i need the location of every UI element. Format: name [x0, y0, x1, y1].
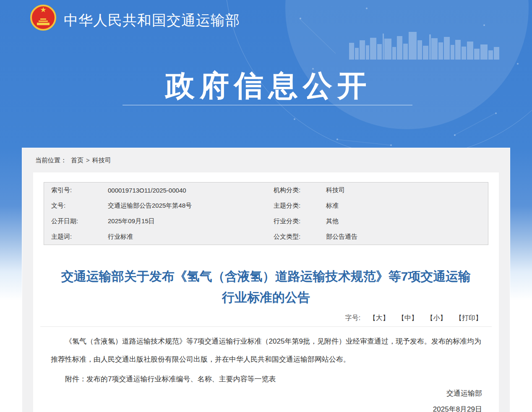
banner-title: 政府信息公开 [0, 66, 532, 106]
article-paragraph: 《氢气（含液氢）道路运输技术规范》等7项交通运输行业标准（2025年第9批，见附… [51, 332, 481, 368]
publish-date: 2025年8月29日 [33, 404, 482, 412]
meta-label: 索引号: [51, 186, 108, 194]
national-emblem-icon[interactable]: ★ [30, 5, 56, 31]
signature: 交通运输部 [33, 389, 482, 399]
breadcrumb-section-link[interactable]: 科技司 [92, 156, 111, 164]
content-card: 当前位置：首页>科技司 索引号: 000019713O11/2025-00040… [22, 148, 510, 412]
article-panel: 索引号: 000019713O11/2025-00040 机构分类: 科技司 文… [33, 172, 499, 412]
font-small-button[interactable]: 【小】 [427, 314, 447, 321]
meta-value: 000019713O11/2025-00040 [108, 187, 274, 194]
meta-value: 标准 [326, 202, 488, 210]
metadata-table: 索引号: 000019713O11/2025-00040 机构分类: 科技司 文… [44, 182, 488, 245]
decor-dot [517, 63, 519, 65]
meta-label: 公文类型: [274, 233, 326, 241]
font-large-button[interactable]: 【大】 [369, 314, 389, 321]
banner-title-underline [123, 105, 412, 105]
site-name[interactable]: 中华人民共和国交通运输部 [64, 11, 240, 30]
meta-value: 交通运输部公告2025年第48号 [108, 202, 274, 210]
site-header: ★ 中华人民共和国交通运输部 [0, 0, 532, 39]
font-size-label: 字号: [345, 314, 360, 321]
meta-label: 公开日期: [51, 217, 108, 225]
print-button[interactable]: 【打印】 [455, 314, 482, 321]
metadata-row: 文号: 交通运输部公告2025年第48号 主题分类: 标准 [44, 198, 488, 214]
emblem-star-icon: ★ [40, 6, 46, 13]
font-medium-button[interactable]: 【中】 [398, 314, 418, 321]
meta-label: 行业分类: [274, 217, 326, 225]
meta-value: 行业标准 [108, 233, 274, 241]
breadcrumb-label: 当前位置： [35, 156, 67, 164]
meta-value: 科技司 [326, 186, 488, 194]
article-title-line1: 交通运输部关于发布《氢气（含液氢）道路运输技术规范》等7项交通运输 [33, 266, 499, 287]
title-divider [40, 326, 492, 327]
font-size-controls: 字号: 【大】 【中】 【小】 【打印】 [33, 313, 482, 323]
meta-label: 主题分类: [274, 202, 326, 210]
decor-dot [495, 112, 497, 114]
meta-label: 主题词: [51, 233, 108, 241]
meta-label: 机构分类: [274, 186, 326, 194]
decor-dot [294, 118, 295, 120]
breadcrumb-separator: > [86, 156, 90, 164]
meta-value: 部公告通告 [326, 233, 488, 241]
attachment-link[interactable]: 发布的7项交通运输行业标准编号、名称、主要内容等一览表 [86, 375, 276, 383]
meta-value: 2025年09月15日 [108, 217, 274, 225]
emblem-gate-icon [37, 18, 50, 25]
article-title: 交通运输部关于发布《氢气（含液氢）道路运输技术规范》等7项交通运输 行业标准的公… [33, 266, 499, 308]
breadcrumb-home-link[interactable]: 首页 [71, 156, 83, 164]
metadata-row: 公开日期: 2025年09月15日 行业分类: 其他 [44, 214, 488, 229]
metadata-row: 主题词: 行业标准 公文类型: 部公告通告 [44, 229, 488, 245]
metadata-row: 索引号: 000019713O11/2025-00040 机构分类: 科技司 [44, 183, 488, 198]
meta-value: 其他 [326, 217, 488, 225]
breadcrumb: 当前位置：首页>科技司 [22, 148, 510, 172]
meta-label: 文号: [51, 202, 108, 210]
attachment-label: 附件： [65, 375, 86, 383]
article-title-line2: 行业标准的公告 [33, 287, 499, 308]
attachment-line: 附件：发布的7项交通运输行业标准编号、名称、主要内容等一览表 [51, 374, 481, 384]
